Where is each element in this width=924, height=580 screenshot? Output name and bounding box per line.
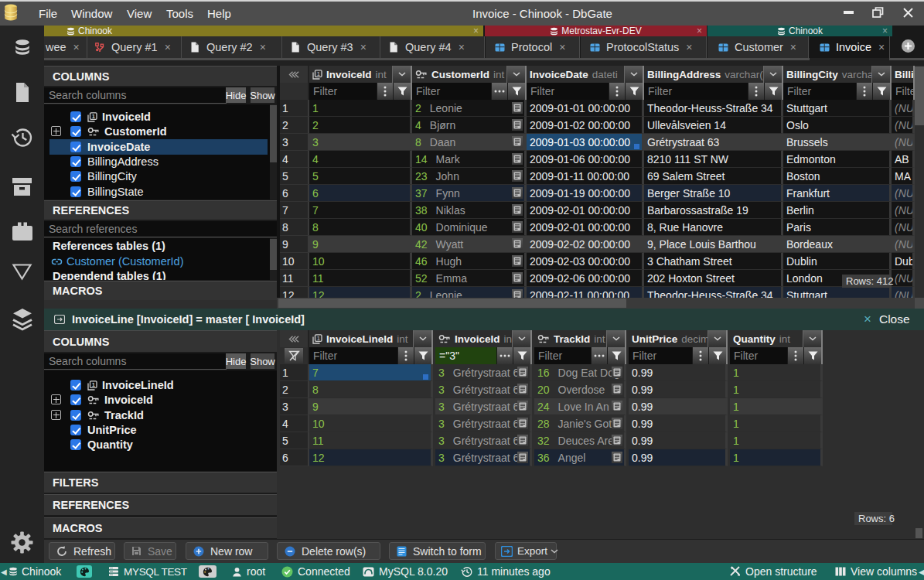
- svg-text:1: 1: [317, 70, 320, 77]
- svg-text:1: 1: [92, 380, 95, 387]
- svg-text:1: 1: [317, 334, 320, 341]
- svg-text:1: 1: [92, 112, 95, 119]
